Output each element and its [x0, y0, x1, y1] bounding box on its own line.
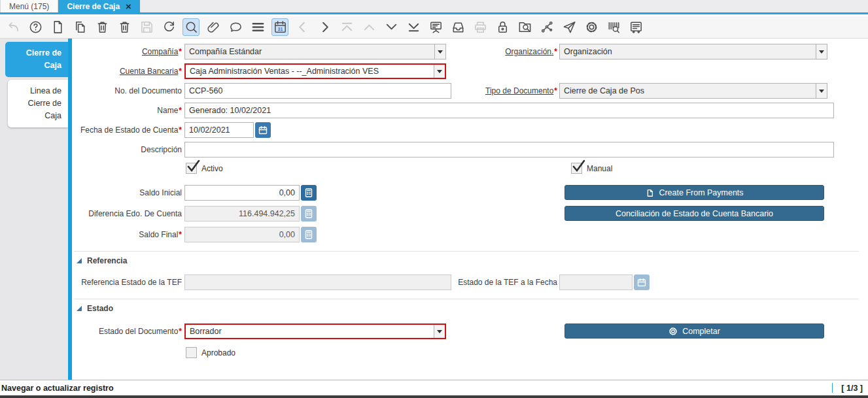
calculator-icon[interactable] — [301, 185, 317, 201]
calculator-icon — [301, 206, 317, 222]
svg-text:31: 31 — [277, 27, 283, 32]
label-name: Name* — [72, 103, 182, 118]
detail-record-icon[interactable] — [383, 18, 400, 36]
compania-value: Compañía Estándar — [185, 44, 434, 59]
estado-tef-fecha-input — [559, 274, 652, 290]
next-record-icon[interactable] — [316, 18, 333, 36]
create-from-payments-button[interactable]: Create From Payments — [564, 185, 824, 200]
conciliacion-label: Conciliación de Estado de Cuenta Bancari… — [616, 209, 773, 218]
diferencia-input: 116.494.942,25 — [184, 206, 319, 222]
calendar-picker-icon — [634, 274, 650, 290]
manual-label: Manual — [587, 164, 612, 173]
cuenta-bancaria-select[interactable]: Caja Administración Ventas - --_Administ… — [184, 63, 446, 79]
label-cuenta-bancaria: Cuenta Bancaria* — [72, 63, 182, 79]
calendar-icon[interactable]: 31 — [271, 18, 288, 36]
collapse-triangle-icon[interactable] — [77, 258, 82, 263]
section-estado[interactable]: Estado — [77, 304, 113, 313]
delete-record-icon[interactable] — [94, 18, 111, 36]
label-saldo-inicial: Saldo Inicial — [72, 185, 182, 201]
workflow-icon[interactable] — [538, 18, 555, 36]
copy-record-icon[interactable] — [71, 18, 88, 36]
refresh-icon[interactable] — [160, 18, 177, 36]
saldo-inicial-value: 0,00 — [184, 185, 300, 201]
section-divider — [74, 251, 859, 252]
settings-icon[interactable] — [583, 18, 600, 36]
conciliacion-button[interactable]: Conciliación de Estado de Cuenta Bancari… — [564, 206, 824, 221]
help-icon[interactable] — [27, 18, 44, 36]
aprobado-label: Aprobado — [201, 348, 235, 357]
status-bar: Navegar o actualizar registro [ 1/3 ] — [0, 380, 868, 395]
chevron-down-icon[interactable] — [434, 65, 445, 78]
chevron-down-icon[interactable] — [816, 84, 827, 98]
saldo-final-value: 0,00 — [184, 227, 300, 242]
new-record-icon[interactable] — [49, 18, 66, 36]
checkbox-unchecked-icon[interactable] — [186, 347, 197, 358]
calendar-picker-icon[interactable] — [255, 122, 271, 138]
collapse-triangle-icon[interactable] — [77, 306, 82, 311]
window-tab-bar: Menú (175) Cierre de Caja × — [0, 0, 868, 14]
label-tipo-documento: Tipo de Documento* — [428, 83, 557, 99]
label-estado-tef-fecha: Estado de la TEF a la Fecha — [428, 274, 557, 290]
tab-menu-label: Menú (175) — [9, 2, 49, 11]
descripcion-input[interactable] — [184, 142, 834, 158]
zoom-across-icon[interactable] — [516, 18, 533, 36]
calculator-icon — [301, 227, 317, 242]
compania-select[interactable]: Compañía Estándar — [184, 44, 446, 59]
name-value: Generado: 10/02/2021 — [184, 103, 834, 118]
name-input[interactable]: Generado: 10/02/2021 — [184, 103, 834, 118]
label-compania: Compañía* — [72, 44, 182, 59]
checkbox-checked-icon[interactable] — [186, 163, 197, 174]
lock-icon[interactable] — [494, 18, 511, 36]
fecha-estado-value: 10/02/2021 — [184, 122, 254, 138]
section-referencia[interactable]: Referencia — [77, 256, 127, 265]
chat-icon[interactable] — [227, 18, 244, 36]
tab-cierre-de-caja[interactable]: Cierre de Caja × — [58, 0, 139, 12]
no-documento-value: CCP-560 — [184, 83, 451, 99]
log-icon[interactable] — [627, 18, 644, 36]
status-divider — [832, 383, 833, 393]
completar-label: Completar — [682, 327, 720, 336]
gear-icon — [668, 327, 678, 336]
label-diferencia: Diferencia Edo. De Cuenta — [72, 206, 182, 222]
sidebar-item-label: Linea de Cierre de Caja — [28, 86, 61, 120]
sidebar-item-label: Cierre de Caja — [26, 48, 61, 70]
delete-selection-icon[interactable] — [116, 18, 133, 36]
grid-toggle-icon[interactable] — [249, 18, 266, 36]
tipo-documento-select[interactable]: Cierre de Caja de Pos — [559, 83, 827, 99]
activo-checkbox[interactable]: Activo — [186, 163, 223, 174]
label-descripcion: Descripción — [72, 142, 182, 158]
sidebar-item-linea-de-cierre[interactable]: Linea de Cierre de Caja — [8, 80, 68, 127]
saldo-final-input: 0,00 — [184, 227, 319, 242]
close-tab-icon[interactable]: × — [126, 1, 131, 11]
tab-menu[interactable]: Menú (175) — [0, 0, 58, 12]
section-referencia-label: Referencia — [87, 256, 127, 265]
send-icon[interactable] — [561, 18, 578, 36]
label-estado-documento: Estado del Documento* — [72, 323, 182, 339]
sidebar-item-cierre-de-caja[interactable]: Cierre de Caja — [5, 42, 68, 77]
organizacion-select[interactable]: Organización — [559, 44, 827, 59]
diferencia-value: 116.494.942,25 — [184, 206, 300, 222]
completar-button[interactable]: Completar — [564, 323, 824, 339]
estado-documento-select[interactable]: Borrador — [184, 323, 446, 339]
aprobado-checkbox[interactable]: Aprobado — [186, 347, 235, 358]
section-divider — [74, 299, 859, 299]
find-icon[interactable] — [182, 18, 200, 36]
report-icon[interactable] — [427, 18, 444, 36]
product-info-icon[interactable] — [605, 18, 622, 36]
attachment-icon[interactable] — [205, 18, 222, 36]
tab-cierre-label: Cierre de Caja — [67, 2, 120, 11]
checkbox-checked-icon[interactable] — [571, 163, 582, 174]
manual-checkbox[interactable]: Manual — [571, 163, 612, 174]
fecha-estado-cuenta-input[interactable]: 10/02/2021 — [184, 122, 273, 138]
chevron-down-icon[interactable] — [816, 44, 827, 59]
last-record-icon[interactable] — [405, 18, 422, 36]
archive-icon[interactable] — [449, 18, 466, 36]
label-referencia-tef: Referencia Estado de la TEF — [72, 274, 182, 290]
chevron-down-icon[interactable] — [434, 325, 445, 338]
copy-document-icon — [645, 188, 654, 197]
save-icon — [138, 18, 155, 36]
referencia-tef-input — [184, 274, 451, 290]
saldo-inicial-input[interactable]: 0,00 — [184, 185, 319, 201]
no-documento-input[interactable]: CCP-560 — [184, 83, 451, 99]
label-organizacion: Organización.* — [428, 44, 557, 59]
